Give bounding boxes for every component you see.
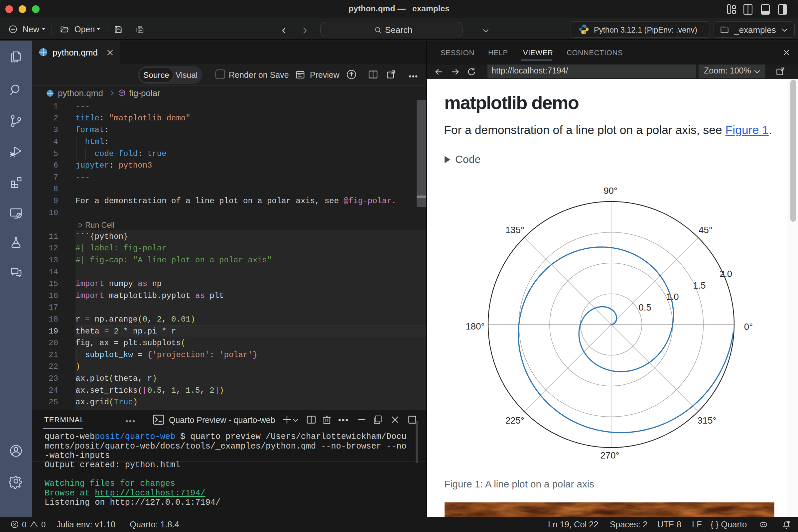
svg-text:45°: 45° (699, 225, 712, 235)
svg-text:315°: 315° (698, 415, 717, 425)
svg-text:180°: 180° (466, 321, 485, 331)
svg-text:0°: 0° (744, 322, 753, 332)
svg-text:135°: 135° (506, 225, 524, 235)
svg-text:0.5: 0.5 (639, 302, 651, 312)
svg-text:270°: 270° (601, 450, 620, 460)
svg-text:225°: 225° (506, 415, 524, 425)
svg-text:2.0: 2.0 (720, 269, 732, 279)
svg-text:1.0: 1.0 (666, 291, 679, 302)
svg-text:1.5: 1.5 (693, 280, 706, 291)
svg-text:90°: 90° (604, 186, 618, 196)
